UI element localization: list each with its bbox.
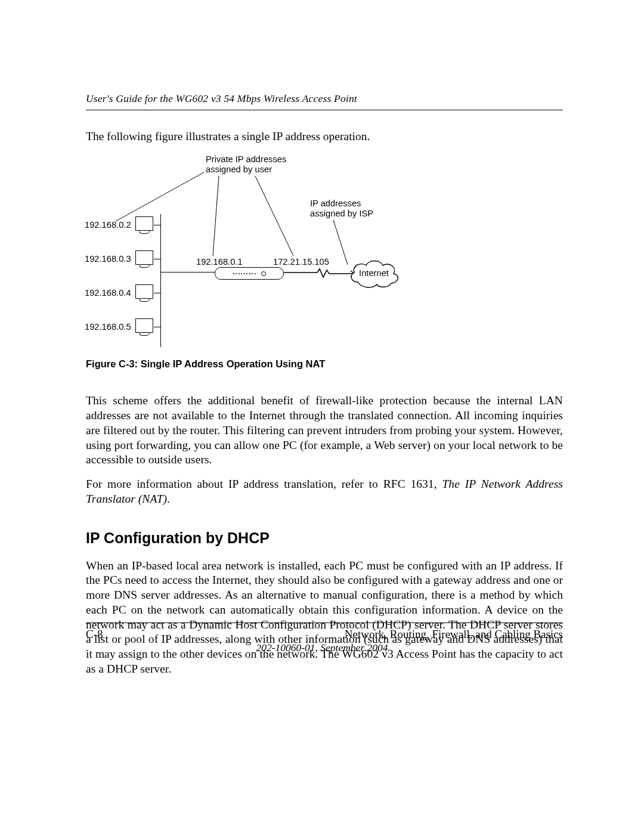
- pc-icon: [135, 318, 153, 333]
- router-wan-ip: 172.21.15.105: [273, 257, 329, 267]
- figure-intro-text: The following figure illustrates a singl…: [86, 129, 563, 144]
- pc-stub: [154, 327, 160, 327]
- pc-stub: [154, 225, 160, 225]
- running-header: User's Guide for the WG602 v3 54 Mbps Wi…: [86, 92, 563, 105]
- pc-ip-1: 192.168.0.2: [85, 220, 131, 230]
- page-footer: C-8 Network, Routing, Firewall, and Cabl…: [86, 628, 563, 641]
- pc-stub: [154, 293, 160, 293]
- para2-tail: .: [167, 493, 170, 505]
- router-lan-ip: 192.168.0.1: [196, 257, 243, 267]
- body-paragraph-2: For more information about IP address tr…: [86, 477, 563, 507]
- pc-stub: [154, 259, 160, 259]
- private-ip-annotation-line2: assigned by user: [206, 165, 272, 174]
- svg-line-3: [333, 220, 348, 265]
- wan-wire-icon: [284, 268, 355, 282]
- pc-ip-3: 192.168.0.4: [85, 288, 131, 298]
- body-paragraph-1: This scheme offers the additional benefi…: [86, 394, 563, 467]
- publication-info: 202-10060-01, September 2004: [0, 642, 644, 654]
- private-ip-annotation-line1: Private IP addresses: [206, 154, 286, 164]
- lan-to-router-line: [161, 272, 215, 272]
- body-paragraph-3: When an IP-based local area network is i…: [86, 559, 563, 677]
- lan-backbone: [160, 214, 161, 347]
- isp-annotation: IP addresses assigned by ISP: [310, 199, 373, 219]
- svg-line-0: [116, 172, 204, 221]
- figure-caption: Figure C-3: Single IP Address Operation …: [86, 358, 563, 370]
- isp-annotation-line1: IP addresses: [310, 199, 361, 208]
- pc-ip-2: 192.168.0.3: [85, 254, 131, 264]
- page-number: C-8: [86, 628, 103, 641]
- nat-diagram: Private IP addresses assigned by user IP…: [85, 154, 466, 351]
- footer-rule: [86, 623, 563, 623]
- pc-icon: [135, 250, 153, 265]
- isp-annotation-line2: assigned by ISP: [310, 209, 373, 218]
- section-heading-dhcp: IP Configuration by DHCP: [86, 529, 563, 547]
- page: User's Guide for the WG602 v3 54 Mbps Wi…: [0, 0, 644, 833]
- svg-line-1: [213, 176, 219, 256]
- footer-section-label: Network, Routing, Firewall, and Cabling …: [345, 628, 563, 641]
- router-icon: [215, 267, 284, 280]
- para2-lead: For more information about IP address tr…: [86, 478, 442, 490]
- private-ip-annotation: Private IP addresses assigned by user: [206, 154, 286, 175]
- internet-cloud-label: Internet: [359, 268, 389, 278]
- pc-icon: [135, 284, 153, 299]
- internet-cloud: Internet: [347, 257, 401, 289]
- pc-icon: [135, 216, 153, 231]
- header-rule: [86, 110, 563, 110]
- pc-ip-4: 192.168.0.5: [85, 322, 131, 332]
- svg-line-2: [255, 176, 293, 256]
